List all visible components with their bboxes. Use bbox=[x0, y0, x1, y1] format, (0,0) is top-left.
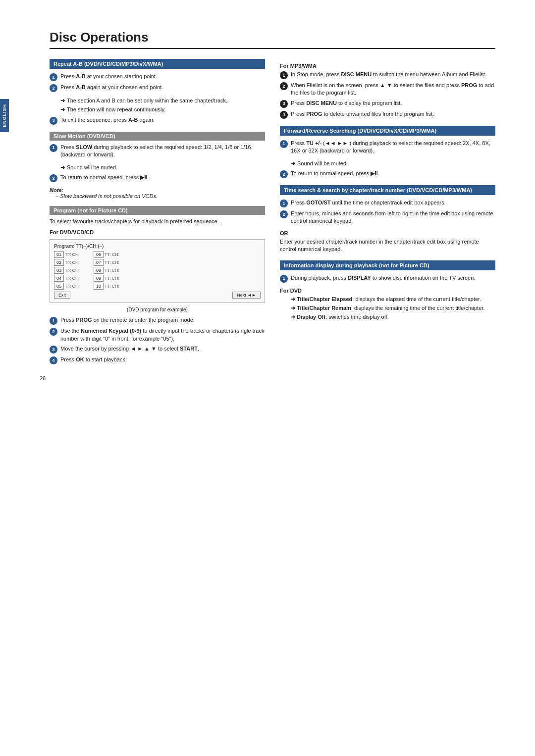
step-text: Press SLOW during playback to select the… bbox=[60, 144, 265, 159]
note-block: Note: – Slow backward is not possible on… bbox=[50, 187, 265, 199]
step-text: When Filelist is on the screen, press ▲ … bbox=[291, 82, 495, 97]
prog-cell-label: TT: bbox=[105, 260, 111, 265]
arrow-item: ➜ Title/Chapter Elapsed: displays the el… bbox=[291, 296, 495, 303]
repeat-ab-header: Repeat A-B (DVD/VCD/CD/MP3/DivX/WMA) bbox=[50, 59, 265, 69]
arrow-icon: ➜ bbox=[60, 106, 65, 113]
step-number: 1 bbox=[280, 275, 288, 283]
forward-reverse-header: Forward/Reverse Searching (DVD/VCD/DivX/… bbox=[280, 126, 495, 136]
arrow-text: The section will now repeat continuously… bbox=[67, 106, 165, 113]
time-search-section: Time search & search by chapter/track nu… bbox=[280, 185, 495, 253]
step-text: Enter hours, minutes and seconds from le… bbox=[291, 210, 495, 225]
program-table-grid: 01 TT: CH: 02 TT: CH: 03 TT: bbox=[54, 251, 261, 290]
info-display-steps: 1 During playback, press DISPLAY to show… bbox=[280, 274, 495, 283]
program-section: Program (not for Picture CD) To select f… bbox=[50, 206, 265, 364]
step-item: 2 To return to normal speed, press ▶II bbox=[50, 174, 265, 182]
step-number: 1 bbox=[50, 144, 57, 152]
arrow-icon: ➜ bbox=[60, 97, 65, 104]
prog-cell: 05 bbox=[54, 283, 64, 290]
step-number: 2 bbox=[280, 170, 288, 178]
prog-cell-label: CH: bbox=[112, 260, 120, 265]
step-item: 2 Enter hours, minutes and seconds from … bbox=[280, 210, 495, 225]
or-label: OR bbox=[280, 230, 495, 236]
exit-button[interactable]: Exit bbox=[54, 292, 70, 299]
step-text: Move the cursor by pressing ◄ ► ▲ ▼ to s… bbox=[60, 345, 199, 353]
step-item: 4 Press OK to start playback. bbox=[50, 356, 265, 364]
right-column: For MP3/WMA 1 In Stop mode, press DISC M… bbox=[280, 59, 495, 371]
step-number: 1 bbox=[50, 73, 57, 81]
arrow-text: The section A and B can be set only with… bbox=[67, 97, 227, 104]
repeat-ab-section: Repeat A-B (DVD/VCD/CD/MP3/DivX/WMA) 1 P… bbox=[50, 59, 265, 125]
arrow-text: Sound will be muted. bbox=[67, 164, 117, 171]
prog-col-left: 01 TT: CH: 02 TT: CH: 03 TT: bbox=[54, 251, 80, 290]
slow-motion-section: Slow Motion (DVD/VCD) 1 Press SLOW durin… bbox=[50, 132, 265, 199]
prog-cell-label: CH: bbox=[72, 260, 80, 265]
program-table-title: Program: TT(–)/CH:(–) bbox=[54, 244, 261, 249]
step-text: To return to normal speed, press ▶II bbox=[60, 174, 148, 181]
prog-cell: 02 bbox=[54, 259, 64, 266]
step-number: 4 bbox=[50, 356, 57, 364]
prog-row: 02 TT: CH: bbox=[54, 259, 80, 266]
arrow-item: ➜ The section A and B can be set only wi… bbox=[60, 97, 265, 104]
step-text: Press A-B again at your chosen end point… bbox=[60, 84, 163, 91]
prog-cell-label: TT: bbox=[65, 284, 71, 289]
prog-row: 03 TT: CH: bbox=[54, 267, 80, 274]
arrow-item: ➜ Sound will be muted. bbox=[291, 160, 495, 167]
prog-row: 06 TT: CH: bbox=[94, 251, 119, 258]
repeat-ab-steps: 1 Press A-B at your chosen starting poin… bbox=[50, 73, 265, 92]
time-search-steps: 1 Press GOTO/ST until the time or chapte… bbox=[280, 199, 495, 225]
left-column: Repeat A-B (DVD/VCD/CD/MP3/DivX/WMA) 1 P… bbox=[50, 59, 265, 371]
repeat-ab-step3: 3 To exit the sequence, press A-B again. bbox=[50, 116, 265, 125]
step-item: 3 Press DISC MENU to display the program… bbox=[280, 100, 495, 108]
step-item: 2 Press A-B again at your chosen end poi… bbox=[50, 84, 265, 92]
language-tab: English bbox=[0, 99, 9, 132]
step-item: 1 Press SLOW during playback to select t… bbox=[50, 144, 265, 159]
step-text: Press PROG on the remote to enter the pr… bbox=[60, 316, 195, 324]
prog-row: 10 TT: CH: bbox=[94, 283, 119, 290]
arrow-item: ➜ Display Off: switches time display off… bbox=[291, 313, 495, 321]
step-item: 2 Use the Numerical Keypad (0-9) to dire… bbox=[50, 327, 265, 343]
arrow-text: ➜ Display Off: switches time display off… bbox=[291, 313, 389, 321]
step-number: 2 bbox=[50, 84, 57, 92]
prog-cell: 08 bbox=[94, 267, 104, 274]
arrow-item: ➜ The section will now repeat continuous… bbox=[60, 106, 265, 113]
forward-reverse-step2: 2 To return to normal speed, press ▶II bbox=[280, 170, 495, 178]
step-text: Press OK to start playback. bbox=[60, 356, 127, 363]
prog-cell-label: TT: bbox=[105, 268, 111, 273]
step-number: 3 bbox=[280, 100, 288, 108]
step-number: 1 bbox=[50, 317, 57, 325]
step-number: 3 bbox=[50, 346, 57, 353]
prog-cell-label: CH: bbox=[72, 268, 80, 273]
prog-cell: 07 bbox=[94, 259, 104, 266]
step-item: 1 Press GOTO/ST until the time or chapte… bbox=[280, 199, 495, 207]
prog-cell-label: TT: bbox=[105, 276, 111, 281]
info-display-section: Information display during playback (not… bbox=[280, 260, 495, 321]
prog-row: 04 TT: CH: bbox=[54, 275, 80, 282]
prog-cell-label: CH: bbox=[112, 284, 120, 289]
prog-cell: 04 bbox=[54, 275, 64, 282]
prog-cell-label: TT: bbox=[65, 260, 71, 265]
step-text: Press GOTO/ST until the time or chapter/… bbox=[291, 199, 446, 206]
next-button[interactable]: Next ◄► bbox=[232, 292, 261, 299]
prog-row: 08 TT: CH: bbox=[94, 267, 119, 274]
step-number: 1 bbox=[280, 200, 288, 207]
note-label: Note: bbox=[50, 187, 265, 193]
step-text: Press PROG to delete unwanted files from… bbox=[291, 110, 434, 118]
step-item: 1 Press TU +/- (◄◄ ►► ) during playback … bbox=[280, 140, 495, 155]
step-item: 1 Press A-B at your chosen starting poin… bbox=[50, 73, 265, 81]
program-header: Program (not for Picture CD) bbox=[50, 206, 265, 215]
step-text: To exit the sequence, press A-B again. bbox=[60, 116, 155, 124]
step-item: 1 Press PROG on the remote to enter the … bbox=[50, 316, 265, 325]
step-number: 4 bbox=[280, 111, 288, 119]
arrow-text: Sound will be muted. bbox=[297, 160, 348, 167]
step-number: 1 bbox=[280, 71, 288, 79]
arrow-icon: ➜ bbox=[291, 160, 295, 167]
step-item: 1 In Stop mode, press DISC MENU to switc… bbox=[280, 71, 495, 79]
prog-cell: 06 bbox=[94, 251, 104, 258]
program-table: Program: TT(–)/CH:(–) 01 TT: CH: 02 TT: bbox=[50, 239, 265, 303]
prog-cell-label: TT: bbox=[105, 284, 111, 289]
step-text: During playback, press DISPLAY to show d… bbox=[291, 274, 475, 282]
step-text: In Stop mode, press DISC MENU to switch … bbox=[291, 71, 486, 78]
prog-cell-label: CH: bbox=[112, 268, 120, 273]
forward-reverse-section: Forward/Reverse Searching (DVD/VCD/DivX/… bbox=[280, 126, 495, 178]
program-steps: 1 Press PROG on the remote to enter the … bbox=[50, 316, 265, 364]
